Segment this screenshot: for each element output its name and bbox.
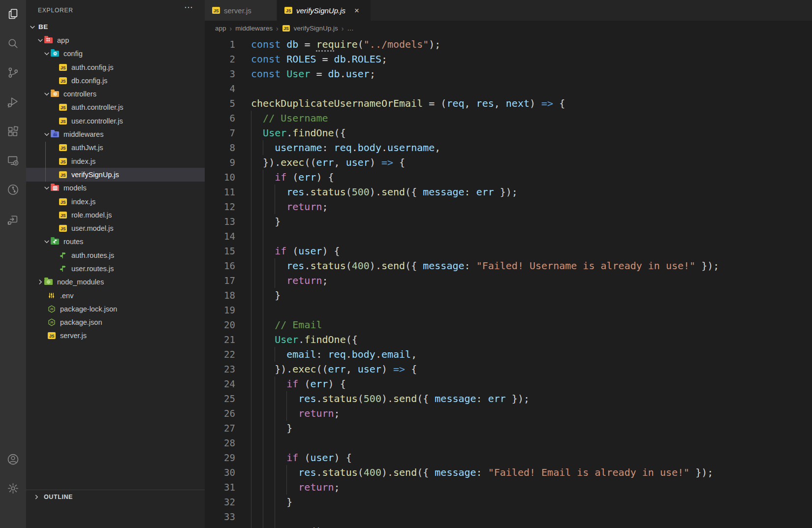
folder-config-icon [51,50,59,58]
tree-item-label: auth.routes.js [71,251,114,259]
tab-verifysignup-js[interactable]: JSverifySignUp.js× [277,0,371,21]
chevron-down-icon [36,36,44,44]
sidebar-item-controllers[interactable]: controllers [26,87,205,100]
code-editor[interactable]: 1const db = require("../models");2const … [205,36,812,528]
sidebar-item-role-model-js[interactable]: JSrole.model.js [26,208,205,221]
breadcrumb-item[interactable]: app [215,25,226,32]
sidebar-item-authjwt-js[interactable]: JSauthJwt.js [26,141,205,155]
code-line-2[interactable]: const ROLES = db.ROLES; [251,52,812,66]
sidebar-item-auth-config-js[interactable]: JSauth.config.js [26,61,205,74]
sidebar-item-db-config-js[interactable]: JSdb.config.js [26,74,205,87]
sidebar-item-config[interactable]: config [26,47,205,61]
code-line-31[interactable]: return; [251,480,812,495]
code-line-8[interactable]: username: req.body.username, [251,140,812,155]
line-number: 26 [205,406,235,421]
sidebar-item-index-js[interactable]: JSindex.js [26,195,205,208]
code-line-34[interactable]: next(); [251,524,812,528]
sidebar-item-verifysignup-js[interactable]: JSverifySignUp.js [26,168,205,181]
run-debug-icon[interactable] [0,90,26,114]
code-line-6[interactable]: // Username [251,111,812,125]
code-line-14[interactable] [251,229,812,244]
sidebar-item-node-modules[interactable]: node_modules [26,276,205,289]
sidebar-item-middlewares[interactable]: middlewares [26,127,205,141]
code-line-19[interactable] [251,303,812,317]
code-line-20[interactable]: // Email [251,317,812,332]
code-line-17[interactable]: return; [251,273,812,288]
sidebar-item-server-js[interactable]: JSserver.js [26,329,205,342]
code-line-10[interactable]: if (err) { [251,170,812,185]
line-number: 5 [205,96,235,111]
tree-item-label: auth.controller.js [71,103,124,111]
sidebar-item-auth-controller-js[interactable]: JSauth.controller.js [26,101,205,114]
sidebar-item-index-js[interactable]: JSindex.js [26,155,205,168]
code-line-26[interactable]: return; [251,406,812,421]
code-line-27[interactable]: } [251,421,812,435]
line-number: 20 [205,317,235,332]
code-line-13[interactable]: } [251,214,812,229]
code-line-3[interactable]: const User = db.user; [251,66,812,81]
source-control-icon[interactable] [0,61,26,84]
code-line-23[interactable]: }).exec((err, user) => { [251,362,812,376]
code-line-18[interactable]: } [251,288,812,303]
code-line-15[interactable]: if (user) { [251,244,812,258]
code-line-24[interactable]: if (err) { [251,376,812,391]
remote-explorer-icon[interactable] [0,149,26,172]
code-line-1[interactable]: const db = require("../models"); [251,37,812,52]
breadcrumb-item[interactable]: … [347,25,354,32]
breadcrumb-item[interactable]: verifySignUp.js [294,25,338,32]
settings-gear-icon[interactable] [0,476,26,500]
close-icon[interactable]: × [354,6,359,15]
tab-server-js[interactable]: JSserver.js [205,0,277,21]
code-line-7[interactable]: User.findOne({ [251,125,812,140]
code-line-28[interactable] [251,435,812,450]
js-file-icon: JS [212,7,220,14]
search-icon[interactable] [0,31,26,55]
line-number: 29 [205,450,235,465]
code-line-12[interactable]: return; [251,199,812,214]
gitlens-icon[interactable] [0,178,26,201]
explorer-header: EXPLORER ⋯ [26,0,205,20]
code-line-9[interactable]: }).exec((err, user) => { [251,155,812,170]
code-line-22[interactable]: email: req.body.email, [251,347,812,362]
sidebar-item-package-lock-json[interactable]: JSpackage-lock.json [26,302,205,315]
code-line-11[interactable]: res.status(500).send({ message: err }); [251,185,812,199]
sidebar-item-app[interactable]: app [26,33,205,47]
sidebar-item-user-routes-js[interactable]: user.routes.js [26,262,205,275]
code-line-33[interactable] [251,509,812,524]
code-line-4[interactable] [251,81,812,96]
line-number: 13 [205,214,235,229]
tree-item-label: node_modules [57,278,104,286]
code-line-5[interactable]: checkDuplicateUsernameOrEmail = (req, re… [251,96,812,111]
outline-section-header[interactable]: OUTLINE [26,490,205,504]
explorer-more-actions-icon[interactable]: ⋯ [184,2,194,13]
code-line-21[interactable]: User.findOne({ [251,332,812,347]
tree-item-label: db.config.js [71,77,107,85]
sidebar-item-models[interactable]: models [26,182,205,195]
sidebar-item-routes[interactable]: routes [26,235,205,248]
sidebar-item-auth-routes-js[interactable]: auth.routes.js [26,248,205,262]
code-line-25[interactable]: res.status(500).send({ message: err }); [251,391,812,406]
sidebar-item-package-json[interactable]: JSpackage.json [26,316,205,329]
line-number: 28 [205,435,235,450]
sidebar-item--env[interactable]: .env [26,289,205,302]
code-line-16[interactable]: res.status(400).send({ message: "Failed!… [251,258,812,273]
tab-bar: JSserver.jsJSverifySignUp.js× [205,0,812,21]
js-file-icon: JS [59,198,67,205]
extensions-icon[interactable] [0,120,26,143]
js-file-icon: JS [59,103,67,112]
code-line-30[interactable]: res.status(400).send({ message: "Failed!… [251,465,812,480]
code-line-32[interactable]: } [251,495,812,509]
folder-routes-icon [51,238,59,246]
breadcrumb-item[interactable]: middlewares [235,25,273,32]
test-extension-icon[interactable] [0,208,26,231]
tree-item-label: .env [60,292,73,300]
line-number: 32 [205,495,235,509]
tree-root-be[interactable]: BE [26,20,205,33]
sidebar-item-user-model-js[interactable]: JSuser.model.js [26,221,205,235]
js-file-icon: JS [59,158,67,165]
account-icon[interactable] [0,447,26,471]
js-file-icon: JS [59,197,67,206]
code-line-29[interactable]: if (user) { [251,450,812,465]
explorer-icon[interactable] [0,2,26,26]
sidebar-item-user-controller-js[interactable]: JSuser.controller.js [26,114,205,127]
